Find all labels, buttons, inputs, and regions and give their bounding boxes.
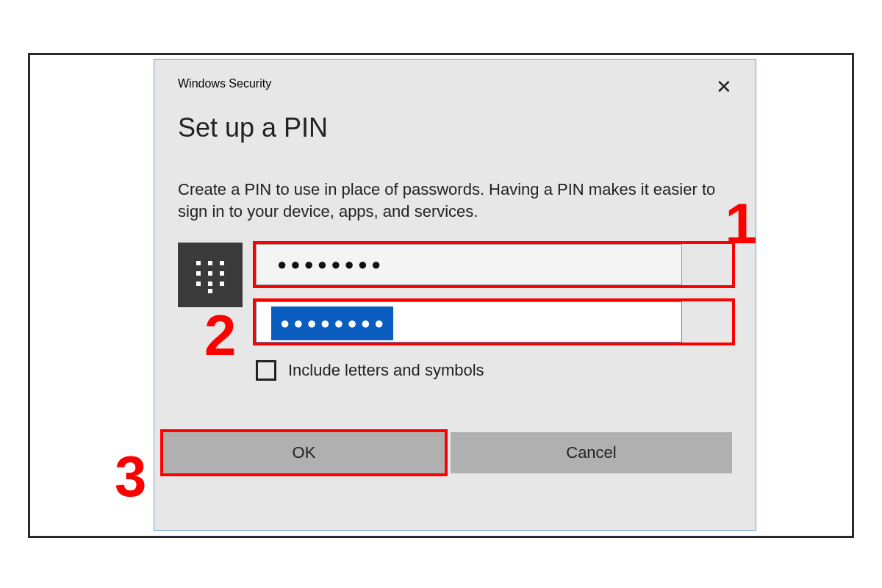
cancel-button[interactable]: Cancel — [451, 432, 732, 473]
pin-fields: ●●●●●●●● ●●●●●●●● — [256, 243, 732, 343]
svg-rect-1 — [208, 261, 212, 265]
dialog-title: Windows Security — [178, 77, 271, 90]
svg-rect-3 — [196, 271, 201, 276]
ok-button-highlight: OK — [163, 432, 445, 473]
screenshot-frame: Windows Security ✕ Set up a PIN Create a… — [28, 53, 854, 538]
svg-rect-8 — [220, 282, 224, 286]
pin-entry-section: ●●●●●●●● ●●●●●●●● — [178, 243, 732, 343]
svg-rect-9 — [208, 289, 212, 293]
svg-rect-2 — [220, 261, 224, 265]
dialog-titlebar: Windows Security ✕ — [178, 77, 732, 96]
svg-rect-5 — [220, 271, 224, 276]
confirm-pin-value: ●●●●●●●● — [271, 306, 393, 340]
new-pin-field-wrap: ●●●●●●●● — [256, 244, 732, 285]
keypad-icon — [178, 243, 243, 307]
include-symbols-label: Include letters and symbols — [288, 361, 484, 380]
annotation-step-1: 1 — [725, 195, 757, 252]
new-pin-value: ●●●●●●●● — [267, 245, 671, 284]
include-symbols-row: Include letters and symbols — [256, 360, 732, 381]
svg-rect-6 — [196, 282, 201, 286]
dialog-heading: Set up a PIN — [178, 112, 732, 143]
close-icon[interactable]: ✕ — [716, 77, 732, 96]
svg-rect-0 — [196, 261, 201, 265]
confirm-pin-input[interactable]: ●●●●●●●● — [256, 301, 682, 343]
annotation-step-2: 2 — [204, 306, 236, 364]
dialog-buttons: OK Cancel — [163, 432, 732, 473]
ok-button[interactable]: OK — [163, 432, 445, 473]
dialog-description: Create a PIN to use in place of password… — [178, 179, 732, 222]
new-pin-input[interactable]: ●●●●●●●● — [256, 244, 682, 285]
svg-rect-4 — [208, 271, 212, 276]
svg-rect-7 — [208, 282, 212, 286]
annotation-step-3: 3 — [115, 448, 146, 505]
include-symbols-checkbox[interactable] — [256, 360, 276, 381]
confirm-pin-field-wrap: ●●●●●●●● — [256, 301, 732, 343]
windows-security-dialog: Windows Security ✕ Set up a PIN Create a… — [154, 59, 756, 531]
